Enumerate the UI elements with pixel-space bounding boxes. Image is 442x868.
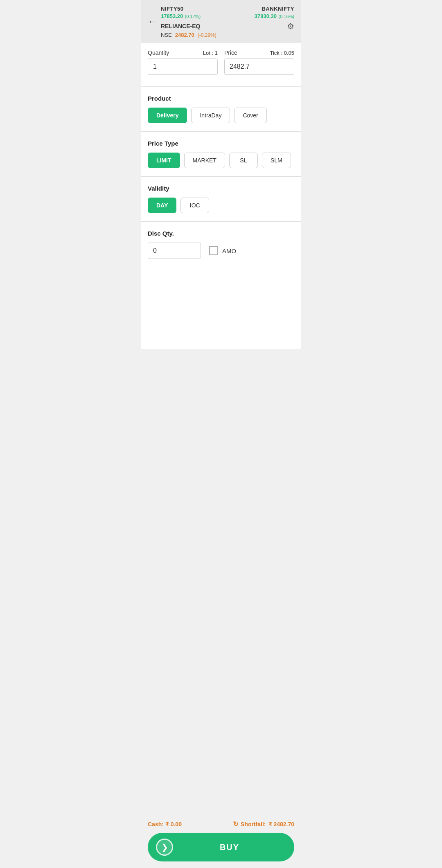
buy-arrow-icon: ❯ [156, 839, 173, 856]
lot-label: Lot : 1 [203, 50, 218, 56]
banknifty-info: BANKNIFTY 37830.30 (0.16%) [255, 5, 294, 20]
product-delivery-btn[interactable]: Delivery [148, 108, 187, 123]
footer-info-row: Cash: ₹ 0.00 ↻ Shortfall: ₹ 2482.70 [148, 820, 294, 828]
header: ← NIFTY50 17853.20 (0.17%) BANKNIFTY 378… [141, 0, 301, 43]
price-type-limit-btn[interactable]: LIMIT [148, 153, 180, 168]
tick-label: Tick : 0.05 [270, 50, 294, 56]
quantity-label: Quantity [148, 49, 169, 56]
validity-ioc-btn[interactable]: IOC [180, 198, 209, 213]
price-type-title: Price Type [148, 140, 294, 147]
cash-label: Cash: [148, 821, 164, 828]
price-label: Price [224, 49, 237, 56]
stock-change: (-0.29%) [198, 32, 216, 38]
market-info: NIFTY50 17853.20 (0.17%) BANKNIFTY 37830… [161, 5, 294, 38]
exchange-label: NSE [161, 32, 172, 38]
shortfall-value: ₹ 2482.70 [268, 821, 295, 828]
disc-qty-row: AMO [148, 243, 294, 259]
qty-price-section: Quantity Lot : 1 Price Tick : 0.05 [141, 43, 301, 87]
settings-icon[interactable]: ⚙ [287, 21, 294, 31]
nifty-name: NIFTY50 [161, 6, 184, 12]
disc-qty-title: Disc Qty. [148, 230, 294, 237]
price-group: Price Tick : 0.05 [224, 49, 294, 75]
price-type-section: Price Type LIMIT MARKET SL SLM [141, 132, 301, 177]
disc-qty-section: Disc Qty. AMO [141, 222, 301, 267]
validity-title: Validity [148, 185, 294, 192]
spacer [141, 267, 301, 349]
stock-row: RELIANCE-EQ ⚙ [161, 21, 294, 31]
arrow-icon: ❯ [161, 842, 168, 852]
qty-label-row: Quantity Lot : 1 [148, 49, 218, 56]
footer: Cash: ₹ 0.00 ↻ Shortfall: ₹ 2482.70 ❯ BU… [141, 816, 301, 868]
price-type-btn-group: LIMIT MARKET SL SLM [148, 153, 294, 168]
qty-price-row: Quantity Lot : 1 Price Tick : 0.05 [148, 49, 294, 75]
product-intraday-btn[interactable]: IntraDay [191, 108, 230, 123]
amo-group: AMO [209, 246, 236, 255]
shortfall-label: Shortfall: [241, 821, 266, 828]
validity-day-btn[interactable]: DAY [148, 198, 176, 213]
shortfall-info: ↻ Shortfall: ₹ 2482.70 [233, 820, 294, 828]
nifty-change: (0.17%) [185, 14, 201, 19]
product-section: Product Delivery IntraDay Cover [141, 87, 301, 132]
nifty-info: NIFTY50 17853.20 (0.17%) [161, 5, 201, 20]
amo-label: AMO [222, 247, 236, 254]
price-type-slm-btn[interactable]: SLM [262, 153, 291, 168]
back-button[interactable]: ← [148, 16, 157, 27]
market-row1: NIFTY50 17853.20 (0.17%) BANKNIFTY 37830… [161, 5, 294, 20]
validity-section: Validity DAY IOC [141, 177, 301, 222]
product-title: Product [148, 95, 294, 102]
cash-value: ₹ 0.00 [165, 821, 182, 828]
stock-name: RELIANCE-EQ [161, 23, 200, 29]
buy-label: BUY [173, 843, 286, 852]
banknifty-price: 37830.30 [255, 13, 277, 19]
banknifty-change: (0.16%) [278, 14, 294, 19]
main-content: Quantity Lot : 1 Price Tick : 0.05 Produ… [141, 43, 301, 349]
price-label-row: Price Tick : 0.05 [224, 49, 294, 56]
disc-qty-input[interactable] [148, 243, 201, 259]
validity-btn-group: DAY IOC [148, 198, 294, 213]
product-cover-btn[interactable]: Cover [234, 108, 266, 123]
price-type-market-btn[interactable]: MARKET [184, 153, 225, 168]
nifty-price: 17853.20 [161, 13, 183, 19]
amo-checkbox[interactable] [209, 246, 218, 255]
buy-button[interactable]: ❯ BUY [148, 833, 294, 861]
cash-info: Cash: ₹ 0.00 [148, 821, 182, 828]
quantity-group: Quantity Lot : 1 [148, 49, 218, 75]
price-type-sl-btn[interactable]: SL [229, 153, 258, 168]
quantity-input[interactable] [148, 58, 218, 75]
stock-price-row: NSE 2482.70 (-0.29%) [161, 32, 294, 38]
stock-price: 2482.70 [175, 32, 194, 38]
banknifty-name: BANKNIFTY [262, 6, 294, 12]
refresh-icon[interactable]: ↻ [233, 820, 238, 828]
price-input[interactable] [224, 58, 294, 75]
product-btn-group: Delivery IntraDay Cover [148, 108, 294, 123]
